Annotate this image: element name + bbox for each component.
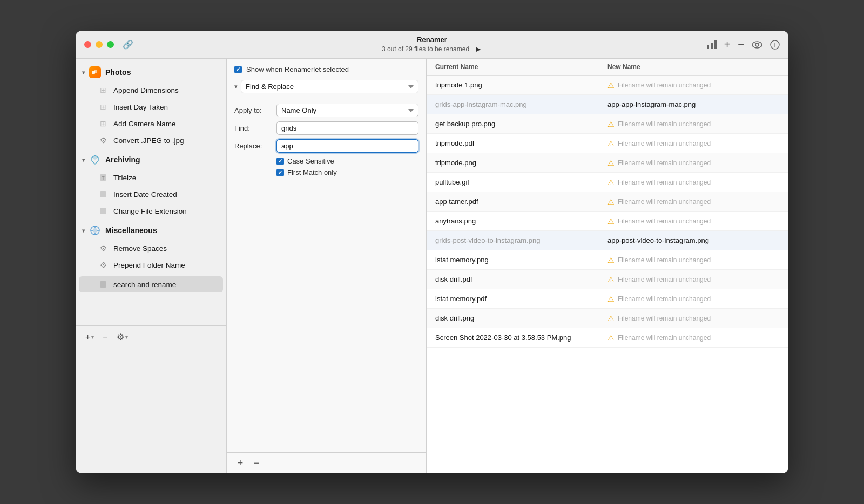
add-window-icon[interactable]: + [724, 38, 731, 51]
insert-day-icon: ⊞ [98, 102, 108, 112]
sidebar-item-titleize[interactable]: T Titleize [79, 169, 223, 186]
case-sensitive-checkbox[interactable] [276, 158, 284, 165]
unchanged-text: Filename will remain unchanged [618, 217, 711, 225]
show-when-checkbox[interactable] [234, 66, 242, 73]
photos-chevron: ▾ [82, 70, 85, 76]
current-name: istat memory.png [435, 256, 608, 264]
sidebar-section-misc[interactable]: ▾ Miscellaneous [76, 221, 226, 240]
col-new-name: New Name [608, 63, 780, 71]
replace-row: Replace: [234, 139, 418, 153]
app-title: Renamer [417, 36, 447, 44]
sidebar-item-convert-jpeg[interactable]: ⚙ Convert .JPEG to .jpg [79, 132, 223, 148]
sidebar-item-insert-day-taken[interactable]: ⊞ Insert Day Taken [79, 99, 223, 115]
unchanged-indicator: ⚠ Filename will remain unchanged [608, 295, 780, 303]
svg-rect-1 [711, 43, 713, 49]
replace-input[interactable] [276, 139, 418, 153]
find-input[interactable] [276, 121, 418, 135]
table-row[interactable]: tripmode 1.png ⚠ Filename will remain un… [427, 76, 788, 95]
table-row[interactable]: anytrans.png ⚠ Filename will remain unch… [427, 212, 788, 231]
sidebar-section-archiving[interactable]: ▾ Archiving [76, 151, 226, 169]
sidebar-item-insert-date-created[interactable]: Insert Date Created [79, 186, 223, 202]
sidebar-item-append-dimensions[interactable]: ⊞ Append Dimensions [79, 82, 223, 98]
sidebar-remove-button[interactable]: − [99, 331, 111, 344]
svg-point-4 [755, 43, 759, 46]
chart-icon[interactable] [707, 40, 717, 49]
play-button[interactable]: ▶ [474, 45, 482, 53]
table-row[interactable]: grids-app-instagram-mac.png app-app-inst… [427, 95, 788, 114]
unchanged-text: Filename will remain unchanged [618, 81, 711, 89]
sidebar-section-photos[interactable]: ▾ Photos [76, 63, 226, 81]
close-button[interactable] [84, 41, 91, 48]
table-row[interactable]: grids-post-video-to-instagram.png app-po… [427, 231, 788, 250]
table-row[interactable]: app tamer.pdf ⚠ Filename will remain unc… [427, 192, 788, 212]
file-count-label: 3 out of 29 files to be renamed [382, 45, 469, 53]
link-icon[interactable]: 🔗 [123, 39, 133, 50]
sidebar-item-label: Add Camera Name [113, 120, 176, 128]
middle-panel-footer: + − [227, 452, 426, 473]
prepend-icon: ⚙ [98, 260, 108, 270]
unchanged-text: Filename will remain unchanged [618, 179, 711, 186]
table-row[interactable]: get backup pro.png ⚠ Filename will remai… [427, 114, 788, 134]
append-dimensions-icon: ⊞ [98, 85, 108, 95]
date-created-icon [98, 189, 108, 199]
sidebar-item-add-camera-name[interactable]: ⊞ Add Camera Name [79, 115, 223, 132]
apply-to-select[interactable]: Name Only [276, 104, 418, 117]
new-name: app-app-instagram-mac.png [608, 100, 780, 108]
info-icon[interactable]: i [770, 40, 780, 50]
first-match-checkbox[interactable] [276, 169, 284, 176]
unchanged-text: Filename will remain unchanged [618, 198, 711, 206]
case-sensitive-row: Case Sensitive [234, 157, 418, 165]
table-row[interactable]: pulltube.gif ⚠ Filename will remain unch… [427, 173, 788, 192]
sidebar-item-prepend-folder[interactable]: ⚙ Prepend Folder Name [79, 257, 223, 273]
traffic-lights [84, 41, 114, 48]
first-match-label: First Match only [287, 168, 337, 176]
minus-icon: − [254, 458, 260, 469]
table-row[interactable]: Screen Shot 2022-03-30 at 3.58.53 PM.png… [427, 328, 788, 348]
apply-to-row: Apply to: Name Only [234, 104, 418, 117]
current-name: tripmode.pdf [435, 139, 608, 147]
sidebar-item-label: Insert Date Created [113, 190, 177, 199]
sidebar-item-remove-spaces[interactable]: ⚙ Remove Spaces [79, 240, 223, 256]
middle-add-button[interactable]: + [234, 457, 246, 469]
search-rename-icon [98, 280, 108, 289]
col-current-name: Current Name [435, 63, 608, 71]
eye-icon[interactable] [752, 41, 762, 49]
remove-window-icon[interactable]: − [738, 38, 744, 51]
warning-icon: ⚠ [608, 295, 615, 303]
table-row[interactable]: tripmode.pdf ⚠ Filename will remain unch… [427, 134, 788, 153]
warning-icon: ⚠ [608, 333, 615, 342]
sidebar-add-button[interactable]: + ▾ [82, 331, 97, 344]
sidebar-item-change-extension[interactable]: Change File Extension [79, 203, 223, 219]
warning-icon: ⚠ [608, 178, 615, 187]
minimize-button[interactable] [96, 41, 103, 48]
renamerlet-collapse-chevron[interactable]: ▾ [234, 83, 238, 90]
table-row[interactable]: tripmode.png ⚠ Filename will remain unch… [427, 153, 788, 173]
find-row: Find: [234, 121, 418, 135]
table-row[interactable]: disk drill.png ⚠ Filename will remain un… [427, 309, 788, 328]
unchanged-text: Filename will remain unchanged [618, 256, 711, 264]
renamerlet-select[interactable]: Find & Replace [241, 80, 418, 93]
current-name: tripmode 1.png [435, 81, 608, 89]
warning-icon: ⚠ [608, 275, 615, 284]
svg-point-14 [93, 228, 97, 233]
misc-label: Miscellaneous [105, 226, 157, 235]
maximize-button[interactable] [107, 41, 114, 48]
photos-icon [89, 66, 101, 78]
sidebar: ▾ Photos ⊞ Append Dimensions ⊞ Insert Da… [76, 59, 227, 473]
table-row[interactable]: istat memory.pdf ⚠ Filename will remain … [427, 289, 788, 309]
current-name: grids-post-video-to-instagram.png [435, 236, 608, 244]
middle-minus-button[interactable]: − [251, 457, 262, 469]
svg-rect-12 [100, 208, 106, 214]
current-name: grids-app-instagram-mac.png [435, 100, 608, 108]
titlebar: 🔗 Renamer 3 out of 29 files to be rename… [76, 31, 788, 59]
gear-icon: ⚙ [117, 332, 124, 342]
table-row[interactable]: disk drill.pdf ⚠ Filename will remain un… [427, 270, 788, 289]
sidebar-item-label: Prepend Folder Name [113, 261, 185, 269]
case-sensitive-label: Case Sensitive [287, 157, 334, 165]
unchanged-text: Filename will remain unchanged [618, 120, 711, 128]
current-name: disk drill.png [435, 314, 608, 322]
table-row[interactable]: istat memory.png ⚠ Filename will remain … [427, 250, 788, 270]
sidebar-settings-button[interactable]: ⚙ ▾ [113, 330, 131, 344]
sidebar-item-search-rename[interactable]: search and rename [79, 276, 223, 292]
svg-rect-2 [714, 40, 717, 49]
